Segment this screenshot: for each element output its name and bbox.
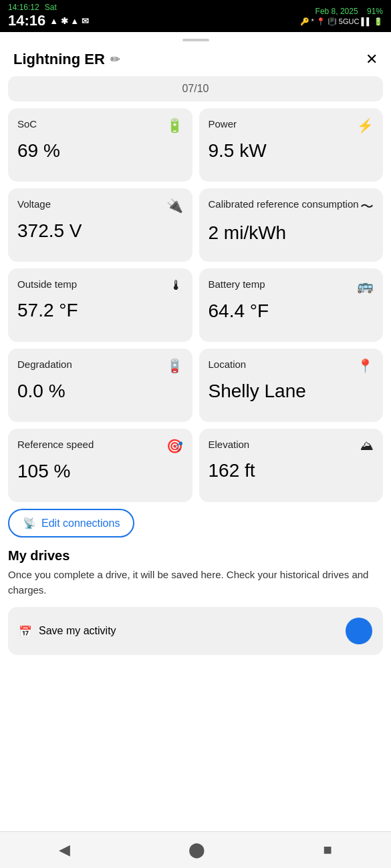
- card-value: 372.5 V: [17, 220, 183, 242]
- location-icon: 📍: [316, 17, 325, 26]
- status-time: 14:16:12: [8, 3, 39, 12]
- metric-card: Elevation⛰162 ft: [199, 429, 384, 502]
- metric-card: Degradation🪫0.0 %: [8, 349, 192, 422]
- card-value: 64.4 °F: [209, 300, 374, 322]
- home-button[interactable]: ⬤: [188, 841, 205, 859]
- card-icon: 🌡: [170, 278, 183, 293]
- card-icon: ⚡: [357, 118, 374, 134]
- card-icon: 🪫: [166, 358, 183, 374]
- cards-grid: SoC🔋69 %Power⚡9.5 kWVoltage🔌372.5 VCalib…: [0, 108, 391, 502]
- metric-card: SoC🔋69 %: [8, 108, 192, 182]
- card-value: 2 mi/kWh: [209, 222, 374, 244]
- status-date: Feb 8, 2025: [315, 7, 358, 16]
- card-icon: 🔋: [166, 118, 183, 134]
- save-activity-label: Save my activity: [39, 625, 116, 637]
- metric-card: Calibrated reference consumption〜2 mi/kW…: [199, 188, 384, 262]
- card-label: Outside temp: [17, 278, 77, 291]
- status-icons-left: ▲ ✱ ▲ ✉: [49, 16, 89, 26]
- card-icon: 📍: [357, 358, 374, 374]
- card-label: Power: [209, 118, 237, 131]
- metric-card: Voltage🔌372.5 V: [8, 188, 192, 262]
- vibrate-icon: 📳: [328, 17, 337, 26]
- battery-icon: 🔋: [374, 17, 383, 26]
- card-label: Location: [209, 358, 247, 371]
- status-battery-pct: 91%: [367, 7, 383, 16]
- drag-handle[interactable]: [182, 39, 209, 41]
- edit-connections-label: Edit connections: [41, 517, 120, 529]
- metric-card: Reference speed🎯105 %: [8, 429, 192, 502]
- save-activity-icon: 📅: [19, 625, 32, 638]
- my-drives-title: My drives: [8, 548, 383, 564]
- card-icon: 🔌: [166, 198, 183, 214]
- back-button[interactable]: ◀: [59, 841, 70, 859]
- key-icon: 🔑: [300, 17, 309, 26]
- recents-button[interactable]: ■: [323, 841, 332, 859]
- partial-card: 07/10: [8, 76, 383, 101]
- bottom-nav: ◀ ⬤ ■: [0, 831, 391, 868]
- card-value: 69 %: [17, 140, 183, 162]
- card-label: Calibrated reference consumption: [209, 198, 359, 211]
- close-button[interactable]: ✕: [366, 51, 378, 68]
- status-clock: 14:16: [8, 12, 45, 29]
- card-icon: 〜: [360, 198, 374, 216]
- status-day: Sat: [45, 3, 57, 12]
- my-drives-section: My drives Once you complete a drive, it …: [0, 548, 391, 598]
- card-label: Battery temp: [209, 278, 265, 291]
- signal-icon: ▌▌: [361, 17, 372, 25]
- card-label: Voltage: [17, 198, 51, 211]
- card-icon: 🎯: [166, 438, 183, 454]
- card-label: Reference speed: [17, 438, 94, 451]
- card-value: 162 ft: [209, 460, 374, 481]
- modal-title: Lightning ER: [13, 51, 105, 68]
- card-label: SoC: [17, 118, 37, 131]
- save-activity-row: 📅 Save my activity: [8, 607, 383, 655]
- card-value: 9.5 kW: [209, 140, 374, 162]
- card-value: Shelly Lane: [209, 381, 374, 402]
- card-label: Elevation: [209, 438, 250, 451]
- card-value: 57.2 °F: [17, 300, 183, 321]
- metric-card: Power⚡9.5 kW: [199, 108, 384, 182]
- edit-title-icon[interactable]: ✏: [110, 52, 120, 67]
- network-label: 5GUC: [339, 17, 360, 25]
- edit-connections-button[interactable]: 📡 Edit connections: [8, 509, 134, 537]
- status-bar: 14:16:12 Sat 14:16 ▲ ✱ ▲ ✉ Feb 8, 2025 9…: [0, 0, 391, 32]
- card-icon: ⛰: [360, 438, 374, 453]
- card-icon: 🚌: [357, 278, 374, 294]
- metric-card: Outside temp🌡57.2 °F: [8, 268, 192, 342]
- bluetooth-icon: *: [311, 17, 314, 25]
- metric-card: Battery temp🚌64.4 °F: [199, 268, 384, 342]
- partial-card-value: 07/10: [182, 83, 209, 95]
- metric-card: Location📍Shelly Lane: [199, 349, 384, 422]
- card-value: 0.0 %: [17, 381, 183, 402]
- save-activity-toggle[interactable]: [346, 618, 372, 644]
- edit-connections-icon: 📡: [23, 517, 36, 529]
- card-label: Degradation: [17, 358, 72, 371]
- card-value: 105 %: [17, 461, 183, 482]
- my-drives-description: Once you complete a drive, it will be sa…: [8, 568, 383, 598]
- modal-header: Lightning ER ✏ ✕: [0, 45, 391, 76]
